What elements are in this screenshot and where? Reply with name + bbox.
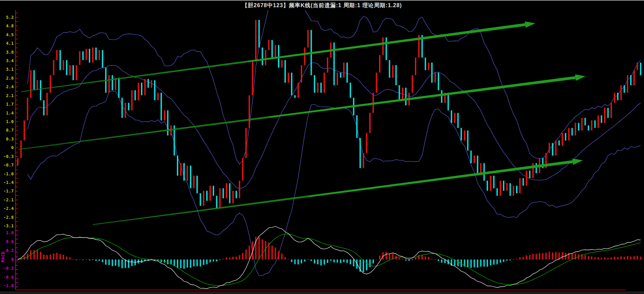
candle [337, 73, 338, 85]
candle [464, 131, 465, 141]
candle [40, 80, 41, 101]
candle [529, 171, 530, 178]
candle [585, 118, 586, 125]
candle [558, 141, 560, 146]
candle [262, 48, 263, 65]
macd-bar [350, 259, 351, 264]
macd-bar [99, 259, 100, 261]
candle [255, 20, 256, 60]
candle [278, 45, 279, 68]
macd-bar [493, 259, 494, 265]
candle [467, 131, 468, 151]
main-axis-tick-label: -0.3 [3, 154, 14, 159]
macd-bar [421, 255, 423, 259]
candle [428, 63, 429, 70]
macd-bar [43, 255, 44, 259]
candle [216, 196, 218, 209]
macd-bar [516, 259, 517, 259]
macd-bar [480, 259, 481, 267]
macd-bar [438, 259, 439, 261]
candle [317, 83, 319, 93]
macd-bar [314, 259, 315, 264]
candle [66, 60, 67, 75]
macd-bar [128, 259, 129, 268]
candle [324, 73, 325, 93]
candle [405, 88, 407, 105]
candle [213, 186, 214, 196]
macd-bar [327, 259, 328, 263]
candle [125, 103, 126, 118]
macd-bar [555, 252, 557, 259]
candle [135, 90, 136, 100]
candle [627, 75, 628, 93]
macd-bar [539, 253, 540, 259]
candle [284, 60, 286, 83]
candle [513, 186, 514, 196]
candle [379, 55, 380, 72]
candle [82, 51, 84, 60]
macd-bar [509, 259, 511, 260]
macd-bar [330, 259, 332, 261]
kline-chart-canvas[interactable]: 5.24.84.54.13.83.43.12.82.42.11.71.41.00… [0, 0, 644, 294]
kline-app-window: 【胆2678中123】频率K线(当前遗漏:1 周期:1 理论周期:1.28) 5… [0, 0, 644, 294]
candle [500, 181, 501, 196]
candle [395, 65, 397, 85]
macd-bar [242, 253, 243, 259]
main-axis-tick-label: -2.8 [3, 215, 14, 220]
title-bar: 【胆2678中123】频率K线(当前遗漏:1 周期:1 理论周期:1.28) [0, 1, 644, 10]
candle [480, 163, 481, 173]
candle [30, 70, 31, 98]
candle [239, 181, 240, 199]
candle [157, 93, 159, 100]
candle [281, 60, 283, 68]
bottom-scrollbar[interactable] [0, 291, 644, 294]
macd-bar [389, 253, 390, 259]
macd-bar [180, 259, 182, 268]
candle [555, 141, 557, 156]
macd-bar [239, 255, 240, 259]
macd-bar [376, 259, 377, 260]
macd-bar [474, 259, 475, 267]
candle [193, 176, 195, 188]
candle [112, 75, 113, 90]
macd-bar [311, 259, 312, 261]
macd-bar [402, 259, 403, 259]
candle [291, 73, 292, 95]
macd-bar [66, 257, 67, 259]
candle [206, 191, 208, 201]
macd-bar [425, 256, 426, 259]
candle [249, 95, 250, 128]
candle [180, 163, 182, 176]
macd-lines [18, 226, 641, 289]
candle [398, 85, 400, 100]
macd-bar [484, 259, 485, 267]
candle [118, 78, 120, 98]
candle [33, 70, 35, 90]
main-axis-tick-label: 2.1 [6, 93, 14, 98]
candle [50, 75, 51, 93]
macd-bar [320, 259, 322, 266]
candle [532, 163, 534, 178]
macd-bar [519, 257, 521, 259]
candle [565, 133, 566, 141]
candle [376, 73, 377, 93]
candle [415, 57, 416, 75]
macd-bar [59, 254, 61, 259]
candle [79, 51, 81, 65]
main-axis-tick-label: -3.1 [3, 223, 14, 228]
candle [59, 50, 61, 70]
candle [108, 75, 110, 93]
macd-bar [24, 256, 25, 260]
macd-bar [340, 259, 341, 263]
candle [402, 88, 403, 101]
macd-bar [115, 259, 116, 266]
macd-bar [637, 256, 638, 259]
candle [53, 60, 54, 75]
macd-bar [284, 257, 286, 259]
arrow-head [572, 158, 583, 165]
macd-bar [607, 258, 609, 259]
candle [17, 158, 18, 165]
candle [187, 165, 188, 181]
candle [536, 163, 537, 173]
macd-bar [418, 255, 420, 259]
